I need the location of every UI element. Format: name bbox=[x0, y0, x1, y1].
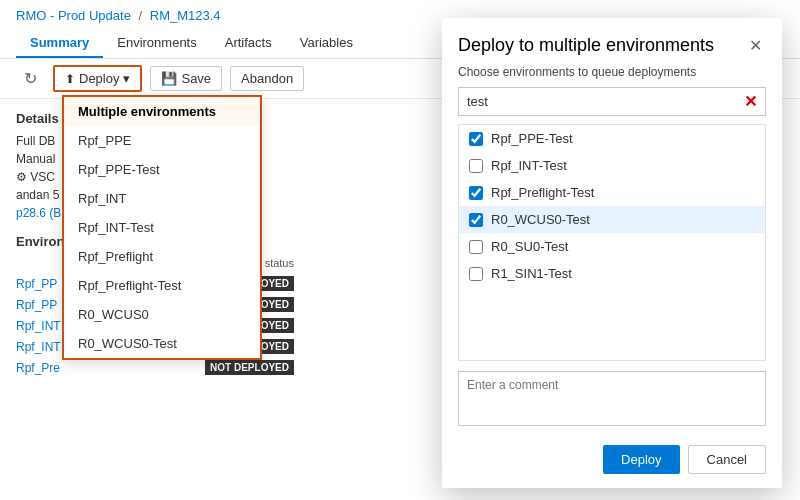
save-button[interactable]: 💾 Save bbox=[150, 66, 222, 91]
env-checkbox-item-1[interactable]: Rpf_INT-Test bbox=[459, 152, 765, 179]
search-input[interactable] bbox=[459, 89, 736, 114]
tab-variables[interactable]: Variables bbox=[286, 29, 367, 58]
breadcrumb-project[interactable]: RMO - Prod Update bbox=[16, 8, 131, 23]
comment-section bbox=[442, 361, 782, 437]
refresh-icon[interactable]: ↻ bbox=[16, 65, 45, 92]
deploy-env-rpf-preflight[interactable]: Rpf_Preflight bbox=[64, 242, 260, 271]
env-checkbox-label-4: R0_SU0-Test bbox=[491, 239, 568, 254]
env-name-3[interactable]: Rpf_INT bbox=[16, 340, 61, 354]
deploy-icon: ⬆ bbox=[65, 72, 75, 86]
modal-title: Deploy to multiple environments bbox=[458, 34, 714, 57]
save-icon: 💾 bbox=[161, 71, 177, 86]
env-name-1[interactable]: Rpf_PP bbox=[16, 298, 57, 312]
abandon-button[interactable]: Abandon bbox=[230, 66, 304, 91]
modal-footer: Deploy Cancel bbox=[442, 437, 782, 488]
modal-cancel-button[interactable]: Cancel bbox=[688, 445, 766, 474]
modal-header: Deploy to multiple environments ✕ bbox=[442, 18, 782, 65]
deploy-button[interactable]: ⬆ Deploy ▾ bbox=[53, 65, 142, 92]
breadcrumb-item[interactable]: RM_M123.4 bbox=[150, 8, 221, 23]
search-clear-icon[interactable]: ✕ bbox=[736, 88, 765, 115]
detail-fulldb-label: Full DB bbox=[16, 134, 55, 148]
env-checkbox-label-0: Rpf_PPE-Test bbox=[491, 131, 573, 146]
deploy-multiple-environments[interactable]: Multiple environments bbox=[64, 97, 260, 126]
env-checkbox-3[interactable] bbox=[469, 213, 483, 227]
env-checkbox-item-5[interactable]: R1_SIN1-Test bbox=[459, 260, 765, 287]
deploy-env-rpf-ppe[interactable]: Rpf_PPE bbox=[64, 126, 260, 155]
deploy-env-r0-wcus0[interactable]: R0_WCUS0 bbox=[64, 300, 260, 329]
detail-manual-label: Manual bbox=[16, 152, 55, 166]
deploy-env-rpf-int-test[interactable]: Rpf_INT-Test bbox=[64, 213, 260, 242]
env-name-2[interactable]: Rpf_INT bbox=[16, 319, 61, 333]
env-checkbox-item-3[interactable]: R0_WCUS0-Test bbox=[459, 206, 765, 233]
tab-artifacts[interactable]: Artifacts bbox=[211, 29, 286, 58]
env-checkbox-list: Rpf_PPE-Test Rpf_INT-Test Rpf_Preflight-… bbox=[458, 124, 766, 361]
env-name-4[interactable]: Rpf_Pre bbox=[16, 361, 60, 375]
tab-environments[interactable]: Environments bbox=[103, 29, 210, 58]
main-page: RMO - Prod Update / RM_M123.4 Summary En… bbox=[0, 0, 800, 500]
modal-close-button[interactable]: ✕ bbox=[745, 36, 766, 55]
breadcrumb-separator: / bbox=[139, 8, 143, 23]
env-name-0[interactable]: Rpf_PP bbox=[16, 277, 57, 291]
modal-deploy-button[interactable]: Deploy bbox=[603, 445, 679, 474]
detail-vsc-label: ⚙ VSC bbox=[16, 170, 55, 184]
env-checkbox-item-4[interactable]: R0_SU0-Test bbox=[459, 233, 765, 260]
search-box: ✕ bbox=[458, 87, 766, 116]
abandon-label: Abandon bbox=[241, 71, 293, 86]
modal-subtitle: Choose environments to queue deployments bbox=[442, 65, 782, 87]
env-checkbox-4[interactable] bbox=[469, 240, 483, 254]
env-checkbox-label-2: Rpf_Preflight-Test bbox=[491, 185, 594, 200]
env-checkbox-label-3: R0_WCUS0-Test bbox=[491, 212, 590, 227]
env-checkbox-item-0[interactable]: Rpf_PPE-Test bbox=[459, 125, 765, 152]
env-checkbox-label-1: Rpf_INT-Test bbox=[491, 158, 567, 173]
deploy-env-r0-wcus0-test[interactable]: R0_WCUS0-Test bbox=[64, 329, 260, 358]
tab-summary[interactable]: Summary bbox=[16, 29, 103, 58]
deploy-caret-icon: ▾ bbox=[123, 71, 130, 86]
deploy-env-rpf-ppe-test[interactable]: Rpf_PPE-Test bbox=[64, 155, 260, 184]
env-status-4: NOT DEPLOYED bbox=[205, 360, 294, 375]
deploy-dropdown: Multiple environments Rpf_PPE Rpf_PPE-Te… bbox=[62, 95, 262, 360]
env-checkbox-0[interactable] bbox=[469, 132, 483, 146]
env-checkbox-5[interactable] bbox=[469, 267, 483, 281]
deploy-modal: Deploy to multiple environments ✕ Choose… bbox=[442, 18, 782, 488]
env-checkbox-label-5: R1_SIN1-Test bbox=[491, 266, 572, 281]
deploy-env-rpf-int[interactable]: Rpf_INT bbox=[64, 184, 260, 213]
env-checkbox-item-2[interactable]: Rpf_Preflight-Test bbox=[459, 179, 765, 206]
env-checkbox-2[interactable] bbox=[469, 186, 483, 200]
deploy-label: Deploy bbox=[79, 71, 119, 86]
env-checkbox-1[interactable] bbox=[469, 159, 483, 173]
deploy-env-rpf-preflight-test[interactable]: Rpf_Preflight-Test bbox=[64, 271, 260, 300]
env-item-4: Rpf_Pre NOT DEPLOYED bbox=[16, 357, 294, 378]
comment-textarea[interactable] bbox=[458, 371, 766, 426]
save-label: Save bbox=[181, 71, 211, 86]
